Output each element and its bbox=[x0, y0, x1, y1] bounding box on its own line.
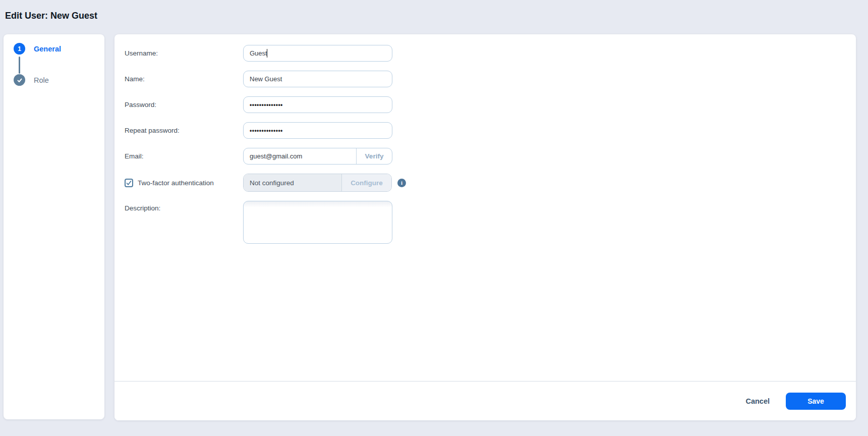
info-icon[interactable]: i bbox=[397, 179, 406, 187]
email-input-group: Verify bbox=[243, 148, 392, 165]
password-input[interactable] bbox=[243, 96, 392, 113]
name-label: Name: bbox=[125, 75, 243, 83]
two-factor-label-group: Two-factor authentication bbox=[125, 179, 243, 187]
name-row: Name: bbox=[125, 71, 856, 87]
two-factor-checkbox[interactable] bbox=[125, 179, 133, 187]
repeat-password-row: Repeat password: bbox=[125, 122, 856, 139]
general-form: Username: Name: Password: Repeat passwor… bbox=[114, 34, 856, 244]
wizard-steps: 1 General Role bbox=[4, 34, 104, 86]
cancel-button[interactable]: Cancel bbox=[745, 397, 770, 405]
form-footer: Cancel Save bbox=[114, 381, 856, 420]
step-role[interactable]: Role bbox=[14, 74, 104, 86]
two-factor-status-text: Not configured bbox=[244, 174, 341, 191]
two-factor-status-group: Not configured Configure bbox=[243, 174, 392, 192]
verify-button[interactable]: Verify bbox=[357, 148, 392, 164]
two-factor-label[interactable]: Two-factor authentication bbox=[138, 179, 214, 187]
username-row: Username: bbox=[125, 45, 856, 62]
email-row: Email: Verify bbox=[125, 148, 856, 165]
two-factor-row: Two-factor authentication Not configured… bbox=[125, 174, 856, 192]
description-textarea[interactable] bbox=[243, 201, 392, 244]
save-button[interactable]: Save bbox=[786, 393, 846, 410]
step-connector-line bbox=[19, 57, 20, 74]
repeat-password-label: Repeat password: bbox=[125, 127, 243, 134]
step-general[interactable]: 1 General bbox=[14, 43, 104, 54]
username-label: Username: bbox=[125, 49, 243, 57]
step-number-badge: 1 bbox=[14, 43, 25, 54]
password-row: Password: bbox=[125, 96, 856, 113]
wizard-steps-panel: 1 General Role bbox=[4, 34, 104, 419]
description-row: Description: bbox=[125, 201, 856, 244]
edit-user-form-panel: Username: Name: Password: Repeat passwor… bbox=[114, 34, 856, 420]
username-input[interactable] bbox=[243, 45, 392, 62]
password-label: Password: bbox=[125, 101, 243, 108]
page-title: Edit User: New Guest bbox=[5, 11, 97, 21]
repeat-password-input[interactable] bbox=[243, 122, 392, 139]
email-input[interactable] bbox=[244, 148, 356, 164]
step-general-label: General bbox=[34, 45, 61, 53]
email-label: Email: bbox=[125, 152, 243, 160]
step-role-label: Role bbox=[34, 76, 49, 84]
name-input[interactable] bbox=[243, 71, 392, 87]
description-label: Description: bbox=[125, 201, 243, 212]
step-done-check-icon bbox=[14, 74, 25, 86]
configure-button[interactable]: Configure bbox=[342, 174, 391, 191]
text-cursor bbox=[267, 49, 267, 58]
